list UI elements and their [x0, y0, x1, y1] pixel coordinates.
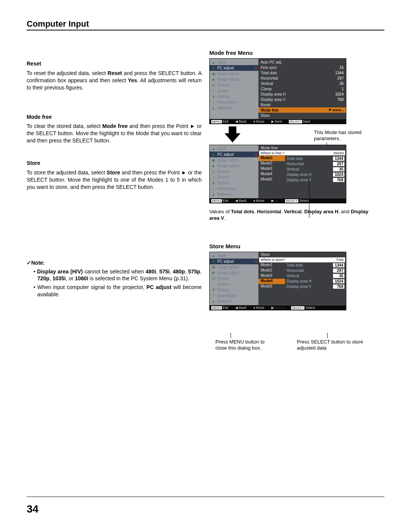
osd-mode-item[interactable]: Mode1 [258, 156, 285, 161]
osd-mode-item[interactable]: Mode2 [258, 161, 285, 166]
osd-sidebar-item[interactable]: ▶Image adjust [210, 163, 258, 169]
osd-footer: MENU Exit ◀ Back ♦ Move ▶ - - SELECT Sel… [210, 198, 346, 203]
osd-sidebar-item[interactable]: ▲Network [210, 299, 258, 304]
osd-sidebar-label: Network [217, 106, 231, 110]
osd-row[interactable]: Reset [258, 102, 346, 107]
osd-mode-item[interactable]: Mode4 [258, 279, 285, 284]
osd-sidebar-label: PC adjust [217, 152, 234, 157]
osd-sidebar-label: Information [217, 100, 236, 104]
osd-sidebar-label: Network [217, 192, 231, 197]
osd-sidebar-label: Image select [217, 158, 239, 162]
osd-param-row: Display area H1024 [285, 279, 346, 284]
figures-column: Mode free Menu ▲Input■PC adjust▣Image se… [209, 50, 377, 310]
body-text-column: Reset To reset the adjusted data, select… [27, 50, 202, 310]
osd-mode-item[interactable]: Mode5 [258, 177, 285, 182]
osd-sidebar-label: PC adjust [217, 66, 234, 70]
menu-icon: ◫ [211, 169, 216, 174]
osd-sidebar-label: Information [217, 187, 236, 191]
store-menu-heading: Store Menu [209, 243, 377, 249]
modefree-menu-heading: Mode free Menu [209, 50, 377, 56]
osd-row[interactable]: Auto PC adj. [258, 59, 346, 65]
osd-mode-item[interactable]: Mode3 [258, 166, 285, 172]
osd-sidebar-item[interactable]: ♪Sound [210, 88, 258, 94]
osd-sidebar-item[interactable]: iInformation [210, 186, 258, 192]
osd-sidebar-item[interactable]: ▣Image select [210, 71, 258, 77]
menu-icon: ⚙ [211, 94, 216, 99]
osd-sidebar-item[interactable]: ◫Screen [210, 169, 258, 174]
osd-sidebar-label: Setting [217, 181, 229, 185]
osd-row[interactable]: Display area H1024 [258, 91, 346, 97]
osd-sidebar-item[interactable]: ♪Sound [210, 174, 258, 180]
menu-icon: ■ [211, 66, 216, 70]
osd-sidebar-item[interactable]: ■PC adjust [210, 65, 258, 71]
osd-sidebar-label: Input [217, 254, 226, 258]
osd-footer: MENU Exit ◀ Back ♦ Move ▶ Next SELECT Ne… [210, 119, 346, 124]
osd-panel-store: ▲Input■PC adjust▣Image select▶Image adju… [209, 252, 346, 310]
osd-sidebar-item[interactable]: ⚙Setting [210, 180, 258, 186]
osd-footer: MENU Exit ◀ Back ♦ Move ▶ - - - - - SELE… [210, 305, 346, 310]
callout-press-menu: Press MENU button to close this dialog b… [215, 339, 276, 351]
osd-sidebar-item[interactable]: ⚙Setting [210, 287, 258, 293]
osd-sidebar-item[interactable]: ♪Sound [210, 281, 258, 287]
menu-icon: ▲ [211, 60, 216, 64]
page-number: 34 [27, 503, 38, 515]
osd-sidebar: ▲Input■PC adjust▣Image select▶Image adju… [210, 252, 258, 305]
osd-mode-item[interactable]: Mode3 [258, 273, 285, 279]
osd-mode-item[interactable]: Mode1 [258, 263, 285, 268]
osd-mode-item[interactable]: Mode2 [258, 268, 285, 273]
osd-mode-item[interactable]: Mode5 [258, 284, 285, 289]
osd-sidebar-label: Information [217, 294, 236, 298]
osd-param-row: Total dots1344 [285, 156, 346, 161]
osd-sidebar-item[interactable]: ▲Input [210, 253, 258, 259]
osd-sidebar-item[interactable]: ▲Network [210, 192, 258, 197]
menu-icon: ▶ [211, 77, 216, 81]
osd-sidebar-item[interactable]: ▲Input [210, 146, 258, 152]
osd-row[interactable]: Clamp1 [258, 86, 346, 91]
menu-icon: ♪ [211, 282, 216, 286]
osd-sidebar-item[interactable]: ◫Screen [210, 276, 258, 281]
osd-sidebar-item[interactable]: ■PC adjust [210, 259, 258, 264]
osd-sidebar-item[interactable]: iInformation [210, 99, 258, 105]
osd-mode-item[interactable]: Mode4 [258, 172, 285, 177]
osd-param-row: Vertical35 [285, 166, 346, 172]
osd-sidebar-item[interactable]: ⚙Setting [210, 94, 258, 99]
osd-row[interactable]: Vertical35 [258, 81, 346, 86]
osd-sidebar-item[interactable]: ▣Image select [210, 264, 258, 270]
menu-icon: ▶ [211, 271, 216, 275]
osd-sidebar-item[interactable]: ▲Input [210, 59, 258, 65]
osd-sidebar-item[interactable]: ▲Network [210, 105, 258, 111]
osd-sidebar-label: Network [217, 299, 231, 304]
osd-sidebar-item[interactable]: iInformation [210, 293, 258, 299]
modefree-paragraph: To clear the stored data, select Mode fr… [27, 123, 202, 144]
osd-row-store[interactable]: Store [258, 113, 346, 118]
menu-icon: ▲ [211, 299, 216, 304]
store-paragraph: To store the adjusted data, select Store… [27, 169, 202, 191]
osd-sidebar-label: Image select [217, 265, 239, 269]
note-item-2: When input computer signal to the projec… [33, 284, 202, 298]
osd-row[interactable]: Display area V768 [258, 97, 346, 102]
osd-sidebar-label: Input [217, 147, 226, 151]
osd-sidebar-item[interactable]: ■PC adjust [210, 152, 258, 157]
osd-row[interactable]: Total dots1344 [258, 70, 346, 75]
osd-sidebar-item[interactable]: ◫Screen [210, 82, 258, 88]
menu-icon: ◫ [211, 83, 216, 87]
note-heading: ✓Note: [27, 259, 202, 267]
osd-row[interactable]: Fine sync15 [258, 65, 346, 70]
menu-icon: ▲ [211, 147, 216, 151]
osd-panel-modefree: ▲Input■PC adjust▣Image select▶Image adju… [209, 145, 346, 203]
osd-sidebar-label: Image select [217, 72, 239, 76]
osd-param-row: Total dots1344 [285, 263, 346, 268]
osd-param-row: Horizontal297 [285, 268, 346, 273]
osd-row[interactable]: Horizontal297 [258, 75, 346, 81]
osd-sidebar-label: Sound [217, 175, 228, 179]
store-heading: Store [27, 160, 202, 167]
osd-sidebar-item[interactable]: ▣Image select [210, 157, 258, 163]
menu-icon: ▲ [211, 192, 216, 197]
menu-icon: ⚙ [211, 288, 216, 292]
osd-sidebar-item[interactable]: ▶Image adjust [210, 270, 258, 276]
menu-icon: ▲ [211, 106, 216, 110]
section-title: Computer Input [27, 19, 384, 30]
osd-param-row: Vertical35 [285, 273, 346, 279]
osd-row-modefree[interactable]: Mode free ⚑ more... [258, 107, 346, 113]
osd-sidebar-item[interactable]: ▶Image adjust [210, 77, 258, 82]
